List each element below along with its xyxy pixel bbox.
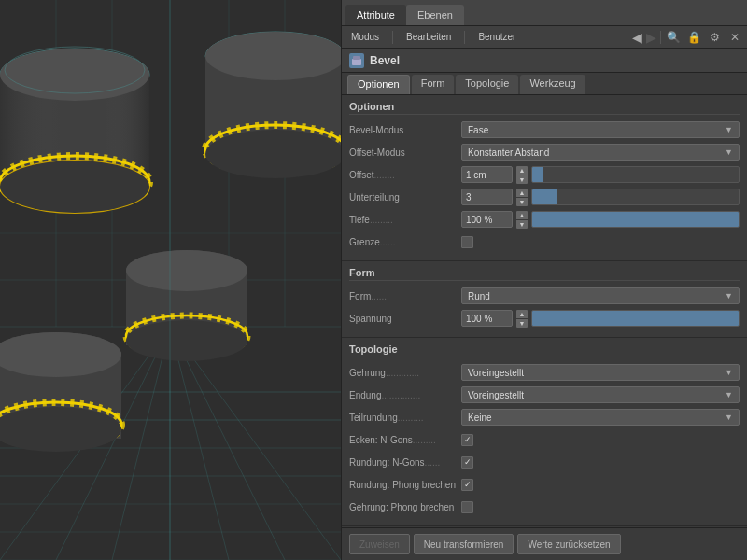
section-optionen: Optionen Bevel-Modus Fase ▼ Offset-Modus bbox=[342, 95, 747, 261]
right-panel: Attribute Ebenen Modus Bearbeiten Benutz… bbox=[341, 0, 747, 560]
label-grenze: Grenze...... bbox=[349, 237, 461, 247]
sub-tab-form[interactable]: Form bbox=[412, 75, 455, 94]
sep1 bbox=[392, 31, 393, 44]
dropdown-arrow-form: ▼ bbox=[725, 291, 733, 301]
offset-slider[interactable] bbox=[531, 166, 740, 183]
prop-gehrung-phong: Gehrung: Phong brechen bbox=[349, 497, 740, 516]
ctrl-offset: 1 cm ▲ ▼ bbox=[461, 166, 740, 184]
tiefe-slider-fill bbox=[532, 212, 739, 227]
ctrl-rundung-phong bbox=[461, 479, 740, 491]
panel-title: Bevel bbox=[370, 54, 400, 67]
spannung-up[interactable]: ▲ bbox=[516, 310, 528, 318]
gear-icon[interactable]: ⚙ bbox=[706, 29, 723, 46]
unterteilung-slider-fill bbox=[532, 189, 557, 204]
checkbox-ecken-ngons[interactable] bbox=[461, 434, 473, 446]
btn-zuweisen[interactable]: Zuweisen bbox=[349, 534, 410, 554]
viewport bbox=[0, 0, 341, 560]
spannung-down[interactable]: ▼ bbox=[516, 319, 528, 328]
checkbox-rundung-phong[interactable] bbox=[461, 479, 473, 491]
section-optionen-title: Optionen bbox=[349, 101, 740, 115]
prop-tiefe: Tiefe......... 100 % ▲ ▼ bbox=[349, 210, 740, 229]
sep3 bbox=[660, 31, 661, 44]
toolbar-bearbeiten[interactable]: Bearbeiten bbox=[401, 30, 457, 44]
prop-grenze: Grenze...... bbox=[349, 232, 740, 251]
spannung-stepper[interactable]: ▲ ▼ bbox=[516, 310, 528, 328]
spannung-slider[interactable] bbox=[531, 310, 740, 327]
btn-zuruecksetzen[interactable]: Werte zurücksetzen bbox=[517, 534, 620, 554]
checkbox-gehrung-phong[interactable] bbox=[461, 501, 473, 513]
ctrl-unterteilung: 3 ▲ ▼ bbox=[461, 189, 740, 206]
label-spannung: Spannung bbox=[349, 314, 461, 324]
sub-tab-topologie[interactable]: Topologie bbox=[456, 75, 518, 94]
prop-offset: Offset........ 1 cm ▲ ▼ bbox=[349, 165, 740, 184]
ctrl-form: Rund ▼ bbox=[461, 287, 740, 304]
dropdown-arrow-gehrung: ▼ bbox=[725, 368, 733, 377]
lock-icon[interactable]: 🔒 bbox=[685, 29, 702, 46]
ctrl-grenze bbox=[461, 236, 740, 248]
dropdown-offset-modus[interactable]: Konstanter Abstand ▼ bbox=[461, 144, 740, 161]
label-gehrung: Gehrung............. bbox=[349, 368, 461, 378]
unterteilung-down[interactable]: ▼ bbox=[516, 198, 528, 206]
toolbar-benutzer[interactable]: Benutzer bbox=[472, 30, 521, 44]
tiefe-up[interactable]: ▲ bbox=[516, 211, 528, 219]
checkbox-rundung-ngons[interactable] bbox=[461, 456, 473, 469]
checkbox-grenze[interactable] bbox=[461, 236, 473, 248]
content-area: Optionen Bevel-Modus Fase ▼ Offset-Modus bbox=[342, 95, 747, 527]
offset-stepper[interactable]: ▲ ▼ bbox=[516, 166, 528, 184]
tiefe-stepper[interactable]: ▲ ▼ bbox=[516, 211, 528, 229]
close-icon[interactable]: ✕ bbox=[726, 29, 743, 46]
spannung-value[interactable]: 100 % bbox=[461, 310, 513, 327]
unterteilung-up[interactable]: ▲ bbox=[516, 189, 528, 197]
dropdown-arrow-teilrundung: ▼ bbox=[725, 413, 733, 422]
prop-unterteilung: Unterteilung 3 ▲ ▼ bbox=[349, 188, 740, 206]
prop-offset-modus: Offset-Modus Konstanter Abstand ▼ bbox=[349, 143, 740, 161]
ctrl-ecken-ngons bbox=[461, 434, 740, 446]
dropdown-bevel-modus[interactable]: Fase ▼ bbox=[461, 121, 740, 138]
svg-point-36 bbox=[205, 130, 341, 178]
ctrl-offset-modus: Konstanter Abstand ▼ bbox=[461, 144, 740, 161]
btn-transformieren[interactable]: Neu transformieren bbox=[414, 534, 514, 554]
prop-spannung: Spannung 100 % ▲ ▼ bbox=[349, 309, 740, 328]
dropdown-endung[interactable]: Voreingestellt ▼ bbox=[461, 386, 740, 403]
tiefe-slider[interactable] bbox=[531, 211, 740, 228]
tiefe-value[interactable]: 100 % bbox=[461, 211, 513, 228]
search-icon[interactable]: 🔍 bbox=[665, 29, 682, 46]
dropdown-gehrung[interactable]: Voreingestellt ▼ bbox=[461, 364, 740, 381]
sub-tabs: Optionen Form Topologie Werkzeug bbox=[342, 73, 747, 95]
tab-bar: Attribute Ebenen bbox=[342, 0, 747, 26]
ctrl-gehrung: Voreingestellt ▼ bbox=[461, 364, 740, 381]
offset-value[interactable]: 1 cm bbox=[461, 166, 513, 183]
toolbar-modus[interactable]: Modus bbox=[345, 30, 385, 44]
label-rundung-phong: Rundung: Phong brechen bbox=[349, 480, 461, 490]
dropdown-teilrundung[interactable]: Keine ▼ bbox=[461, 409, 740, 426]
toolbar: Modus Bearbeiten Benutzer ◀ ▶ 🔍 🔒 ⚙ ✕ bbox=[342, 26, 747, 49]
label-offset-modus: Offset-Modus bbox=[349, 147, 461, 158]
dropdown-arrow-offset-modus: ▼ bbox=[725, 147, 733, 157]
section-form-title: Form bbox=[349, 267, 740, 281]
prop-teilrundung: Teilrundung.......... Keine ▼ bbox=[349, 408, 740, 427]
sub-tab-werkzeug[interactable]: Werkzeug bbox=[520, 75, 585, 94]
ctrl-teilrundung: Keine ▼ bbox=[461, 409, 740, 426]
section-topologie: Topologie Gehrung............. Voreinges… bbox=[342, 338, 747, 526]
offset-down[interactable]: ▼ bbox=[516, 175, 528, 184]
unterteilung-slider[interactable] bbox=[531, 189, 740, 205]
tab-attribute[interactable]: Attribute bbox=[345, 5, 406, 25]
offset-slider-fill bbox=[532, 167, 543, 182]
ctrl-bevel-modus: Fase ▼ bbox=[461, 121, 740, 138]
unterteilung-stepper[interactable]: ▲ ▼ bbox=[516, 189, 528, 206]
nav-arrow-left[interactable]: ◀ bbox=[632, 30, 642, 45]
ctrl-rundung-ngons bbox=[461, 456, 740, 469]
tab-ebenen[interactable]: Ebenen bbox=[406, 5, 464, 25]
label-offset: Offset........ bbox=[349, 170, 461, 180]
label-bevel-modus: Bevel-Modus bbox=[349, 125, 461, 135]
panel-header: Bevel bbox=[342, 49, 747, 73]
dropdown-form[interactable]: Rund ▼ bbox=[461, 287, 740, 304]
offset-up[interactable]: ▲ bbox=[516, 166, 528, 175]
sub-tab-optionen[interactable]: Optionen bbox=[347, 75, 410, 94]
prop-endung: Endung............... Voreingestellt ▼ bbox=[349, 385, 740, 404]
dropdown-arrow-endung: ▼ bbox=[725, 390, 733, 399]
unterteilung-value[interactable]: 3 bbox=[461, 189, 513, 205]
ctrl-endung: Voreingestellt ▼ bbox=[461, 386, 740, 403]
svg-point-48 bbox=[126, 320, 247, 361]
tiefe-down[interactable]: ▼ bbox=[516, 220, 528, 229]
